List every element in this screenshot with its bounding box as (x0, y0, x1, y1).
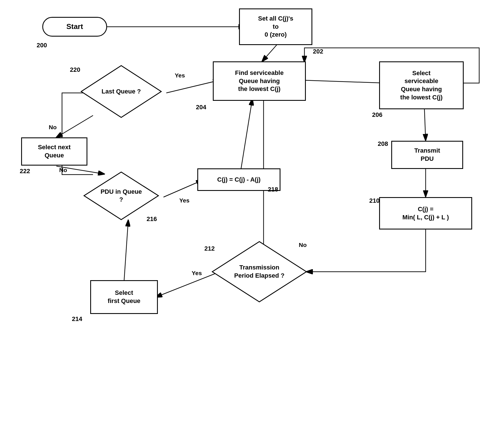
node-210: C(j) = Min( L, C(j) + L ) (379, 197, 472, 229)
node-208: Transmit PDU (391, 141, 463, 169)
label-204: 204 (196, 104, 206, 111)
arrow-no-3: No (59, 167, 67, 173)
node-222-label: Select next Queue (38, 143, 70, 159)
node-216-label: PDU in Queue ? (98, 188, 144, 204)
label-208: 208 (378, 140, 388, 148)
label-216: 216 (147, 215, 157, 223)
node-212: Transmission Period Elapsed ? (211, 241, 307, 303)
label-206: 206 (372, 111, 383, 119)
arrow-yes-3: Yes (192, 270, 202, 277)
node-220-label: Last Queue ? (97, 88, 146, 96)
arrow-no-1: No (49, 124, 57, 131)
node-222: Select next Queue (21, 137, 87, 166)
arrow-yes-2: Yes (179, 197, 189, 204)
label-212: 212 (204, 245, 215, 252)
label-210: 210 (369, 197, 380, 204)
node-214-label: Select first Queue (108, 289, 140, 305)
start-label: Start (66, 22, 83, 32)
node-202-label: Set all C(j)'s to 0 (zero) (258, 15, 293, 39)
label-214: 214 (72, 315, 82, 323)
node-204-label: Find serviceable Queue having the lowest… (235, 69, 284, 93)
node-216: PDU in Queue ? (83, 171, 159, 220)
label-202: 202 (313, 48, 323, 55)
node-202: Set all C(j)'s to 0 (zero) (239, 8, 312, 45)
node-206: Select serviceable Queue having the lowe… (379, 61, 464, 109)
label-218: 218 (268, 186, 278, 193)
start-node: Start (42, 17, 107, 37)
node-212-label: Transmission Period Elapsed ? (233, 264, 286, 280)
label-220: 220 (70, 66, 80, 73)
node-208-label: Transmit PDU (414, 147, 440, 163)
node-204: Find serviceable Queue having the lowest… (213, 61, 306, 101)
node-214: Select first Queue (90, 280, 158, 314)
flowchart-diagram: Start 200 Set all C(j)'s to 0 (zero) 202… (0, 0, 504, 428)
node-218-label: C(j) = C(j) - A(j) (217, 176, 261, 184)
label-222: 222 (20, 168, 30, 175)
label-200: 200 (37, 42, 47, 49)
arrow-yes-1: Yes (175, 72, 185, 79)
node-206-label: Select serviceable Queue having the lowe… (400, 69, 443, 101)
node-210-label: C(j) = Min( L, C(j) + L ) (402, 205, 449, 221)
node-220: Last Queue ? (80, 65, 162, 118)
arrow-no-2: No (299, 242, 307, 248)
